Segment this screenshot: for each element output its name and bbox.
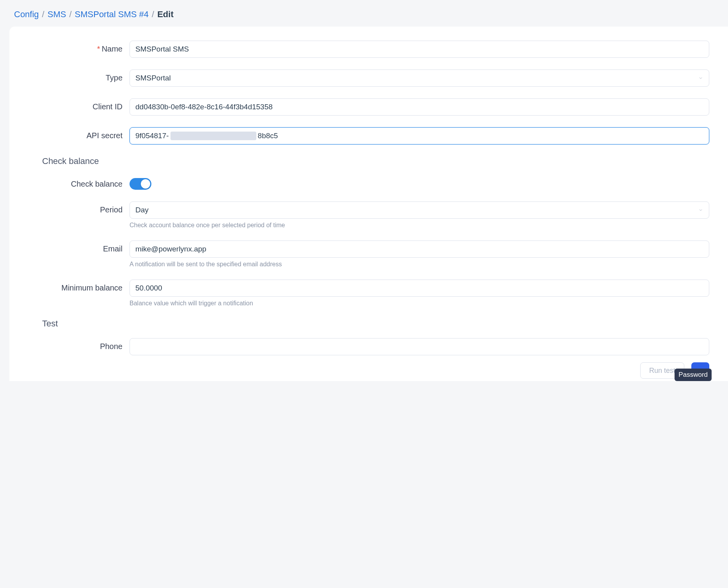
chevron-down-icon — [698, 207, 703, 213]
edit-card: *Name Type SMSPortal Client ID API secre… — [9, 27, 728, 381]
breadcrumb-sms[interactable]: SMS — [48, 9, 66, 20]
required-asterisk: * — [97, 45, 100, 53]
breadcrumb-sep: / — [69, 9, 71, 20]
breadcrumb-sep: / — [152, 9, 154, 20]
email-hint: A notification will be sent to the speci… — [130, 261, 709, 268]
chevron-down-icon — [698, 75, 703, 81]
period-label: Period — [28, 201, 130, 214]
password-tooltip: Password — [675, 369, 712, 381]
check-balance-section-title: Check balance — [42, 156, 709, 166]
api-secret-prefix: 9f054817- — [135, 132, 169, 140]
breadcrumb-current: Edit — [157, 9, 174, 20]
min-balance-hint: Balance value which will trigger a notif… — [130, 300, 709, 307]
type-select[interactable]: SMSPortal — [130, 69, 709, 87]
check-balance-toggle[interactable] — [130, 178, 151, 190]
email-label: Email — [28, 241, 130, 253]
test-section-title: Test — [42, 319, 709, 329]
client-id-label: Client ID — [28, 98, 130, 111]
min-balance-label: Minimum balance — [28, 280, 130, 292]
name-label: *Name — [28, 41, 130, 53]
api-secret-label: API secret — [28, 127, 130, 140]
breadcrumb-smsportal-item[interactable]: SMSPortal SMS #4 — [75, 9, 149, 20]
phone-label: Phone — [28, 338, 130, 351]
period-hint: Check account balance once per selected … — [130, 222, 709, 229]
breadcrumb-config[interactable]: Config — [14, 9, 39, 20]
api-secret-redacted — [170, 132, 256, 140]
min-balance-input[interactable] — [130, 280, 709, 297]
api-secret-input[interactable]: 9f054817- 8b8c5 — [130, 127, 709, 144]
type-label: Type — [28, 69, 130, 82]
phone-input[interactable] — [130, 338, 709, 355]
toggle-knob — [141, 179, 150, 189]
period-select-value: Day — [135, 206, 149, 214]
type-select-value: SMSPortal — [135, 74, 171, 82]
client-id-input[interactable] — [130, 98, 709, 116]
name-input[interactable] — [130, 41, 709, 58]
email-input[interactable] — [130, 241, 709, 258]
breadcrumb: Config / SMS / SMSPortal SMS #4 / Edit — [0, 0, 728, 27]
footer-actions: Run test Password — [640, 362, 709, 379]
breadcrumb-sep: / — [42, 9, 44, 20]
api-secret-suffix: 8b8c5 — [258, 132, 278, 140]
period-select[interactable]: Day — [130, 201, 709, 219]
check-balance-toggle-label: Check balance — [28, 176, 130, 189]
